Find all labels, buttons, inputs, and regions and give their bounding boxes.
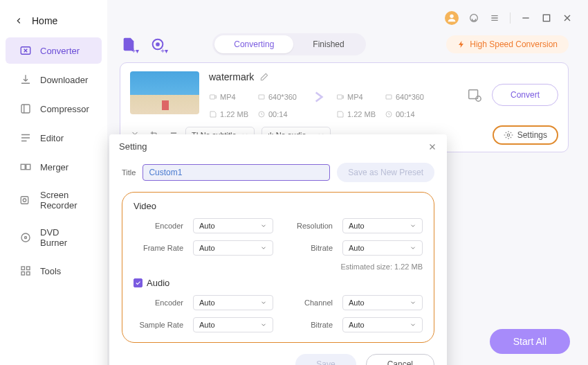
recorder-icon: [19, 194, 32, 206]
clock-icon: [385, 110, 393, 118]
video-encoder-select[interactable]: Auto: [193, 218, 273, 233]
home-link[interactable]: Home: [0, 8, 107, 36]
video-bitrate-select[interactable]: Auto: [342, 240, 423, 256]
svg-point-7: [25, 237, 27, 239]
resolution-icon: [385, 93, 393, 101]
resolution-icon: [257, 93, 266, 101]
window-controls: [113, 8, 576, 28]
sidebar-item-converter[interactable]: Converter: [6, 37, 102, 64]
compress-icon: [19, 103, 32, 115]
save-preset-button[interactable]: Save as New Preset: [337, 163, 434, 182]
svg-rect-8: [21, 267, 25, 270]
add-disc-button[interactable]: +▾: [149, 35, 167, 53]
sidebar-item-screen-recorder[interactable]: Screen Recorder: [6, 183, 102, 217]
svg-rect-18: [259, 95, 264, 99]
svg-rect-20: [386, 95, 392, 99]
svg-rect-4: [21, 197, 28, 204]
svg-rect-19: [338, 95, 342, 99]
edit-icon[interactable]: [259, 72, 269, 82]
estimated-size: Estimated size: 1.22 MB: [283, 262, 423, 271]
svg-rect-9: [27, 267, 30, 270]
editor-icon: [19, 132, 32, 144]
size-icon: [336, 110, 344, 118]
title-label: Title: [122, 168, 136, 177]
add-file-button[interactable]: +▾: [120, 35, 138, 53]
svg-rect-11: [27, 272, 30, 276]
menu-icon[interactable]: [489, 12, 500, 24]
merger-icon: [19, 161, 32, 173]
sidebar: Home Converter Downloader Compressor Edi…: [0, 0, 107, 365]
gear-icon: [504, 130, 513, 140]
close-button[interactable]: [562, 12, 573, 24]
video-icon: [209, 93, 217, 101]
dvd-icon: [19, 231, 32, 244]
audio-bitrate-select[interactable]: Auto: [342, 317, 423, 332]
svg-point-27: [507, 134, 510, 136]
sidebar-item-downloader[interactable]: Downloader: [6, 66, 102, 93]
convert-button[interactable]: Convert: [492, 84, 558, 106]
tab-finished[interactable]: Finished: [293, 35, 363, 53]
video-framerate-select[interactable]: Auto: [193, 240, 273, 256]
audio-checkbox[interactable]: [134, 278, 143, 287]
audio-samplerate-select[interactable]: Auto: [193, 317, 273, 332]
svg-rect-14: [543, 15, 549, 21]
start-all-button[interactable]: Start All: [490, 329, 570, 354]
svg-rect-2: [21, 164, 25, 170]
svg-rect-1: [21, 105, 30, 113]
converter-icon: [19, 44, 32, 57]
settings-button[interactable]: Settings: [493, 125, 558, 145]
audio-encoder-select[interactable]: Auto: [193, 295, 273, 310]
video-thumbnail[interactable]: [130, 71, 199, 114]
clock-icon: [257, 110, 266, 118]
settings-modal: Setting Title Save as New Preset Video E…: [109, 134, 447, 365]
lightning-icon: [457, 40, 466, 48]
tools-icon: [19, 265, 32, 277]
sidebar-item-tools[interactable]: Tools: [6, 258, 102, 284]
video-audio-group: Video Encoder Auto Resolution Auto Frame…: [122, 192, 434, 343]
cancel-button[interactable]: Cancel: [366, 354, 434, 365]
status-tabs: Converting Finished: [212, 33, 365, 55]
tab-converting[interactable]: Converting: [214, 35, 293, 53]
svg-rect-3: [26, 164, 30, 170]
size-icon: [209, 110, 217, 118]
minimize-button[interactable]: [520, 12, 531, 24]
svg-rect-17: [210, 95, 215, 99]
modal-title: Setting: [119, 141, 147, 152]
audio-channel-select[interactable]: Auto: [342, 295, 423, 310]
preset-title-input[interactable]: [143, 164, 330, 181]
close-icon[interactable]: [428, 142, 437, 152]
video-icon: [336, 93, 344, 101]
maximize-button[interactable]: [541, 12, 552, 24]
sidebar-item-merger[interactable]: Merger: [6, 154, 102, 180]
chevron-left-icon: [14, 16, 24, 26]
svg-point-6: [21, 233, 30, 242]
sidebar-item-dvd-burner[interactable]: DVD Burner: [6, 220, 102, 255]
video-resolution-select[interactable]: Auto: [342, 218, 423, 233]
sidebar-item-editor[interactable]: Editor: [6, 125, 102, 151]
save-button[interactable]: Save: [295, 354, 356, 365]
home-label: Home: [32, 15, 57, 26]
download-icon: [19, 73, 32, 86]
file-title: watermark: [209, 71, 254, 82]
video-group-label: Video: [134, 201, 423, 211]
arrow-right-icon: [310, 88, 328, 106]
sidebar-item-compressor[interactable]: Compressor: [6, 96, 102, 122]
svg-point-12: [450, 15, 453, 18]
svg-point-5: [23, 199, 26, 202]
svg-rect-10: [21, 272, 25, 276]
avatar[interactable]: [445, 11, 459, 25]
svg-point-16: [156, 43, 159, 46]
output-settings-icon[interactable]: [467, 87, 482, 103]
support-icon[interactable]: [468, 12, 479, 24]
high-speed-badge[interactable]: High Speed Conversion: [446, 35, 569, 53]
